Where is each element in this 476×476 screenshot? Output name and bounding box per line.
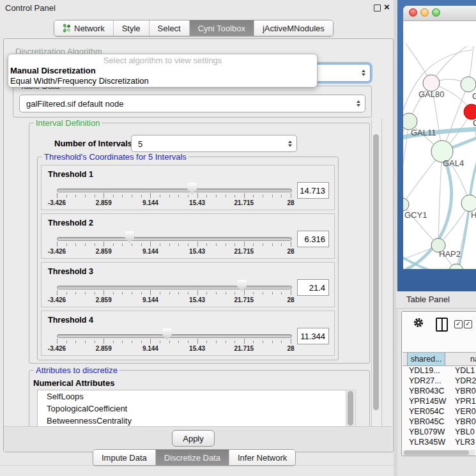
column-header-name[interactable]: na	[446, 353, 476, 365]
checkbox-icon[interactable]: ✓	[464, 320, 472, 328]
threshold-slider[interactable]: -3.4262.8599.14415.4321.71528	[57, 165, 291, 210]
table-row[interactable]: YBR043CYBR0	[403, 386, 476, 396]
node-h[interactable]	[461, 195, 476, 211]
table-data-combo-value: galFiltered.sif default node	[26, 99, 123, 109]
node-label-gal80: GAL80	[418, 89, 444, 99]
tab-label: Style	[122, 24, 141, 33]
attribute-item[interactable]: SelfLoops	[38, 390, 346, 403]
dropdown-option-equal-width[interactable]: Equal Width/Frequency Discretization	[8, 75, 317, 86]
dropdown-option-manual[interactable]: Manual Discretization	[8, 65, 317, 75]
threshold-value-field[interactable]: 14.713	[297, 182, 329, 199]
control-panel-tabs: NetworkStyleSelectCyni ToolboxjActiveMNo…	[54, 20, 334, 36]
app-window: Control Panel × NetworkStyleSelectCyni T…	[0, 0, 476, 476]
table-row[interactable]: YLR345WYLR3	[403, 437, 476, 447]
combo-stepper-icon	[288, 141, 292, 147]
control-panel-title: Control Panel	[5, 3, 56, 13]
attributes-scrollbar[interactable]	[346, 390, 356, 428]
table-row[interactable]: YER054CYER0	[403, 406, 476, 417]
number-of-intervals-combo[interactable]: 5	[131, 135, 297, 152]
float-window-icon[interactable]	[374, 4, 381, 12]
table-rows: YDL19...YDL1YDR27...YDR2YBR043CYBR0YPR14…	[403, 365, 476, 449]
slider-track[interactable]	[57, 334, 292, 338]
threshold-slider[interactable]: -3.4262.8599.14415.4321.71528	[57, 214, 291, 258]
tab-select[interactable]: Select	[149, 20, 189, 36]
slider-ticks	[57, 339, 291, 344]
node-label-gal4: GAL4	[443, 158, 464, 168]
slider-ticks	[57, 193, 291, 199]
thresholds-group-title: Threshold's Coordinates for 5 Intervals	[42, 152, 188, 162]
table-data-combo[interactable]: galFiltered.sif default node	[19, 95, 365, 112]
slider-track[interactable]	[57, 188, 292, 192]
table-row[interactable]: YBR045CYBR0	[403, 417, 476, 427]
threshold-box: Threshold 1 -3.4262.8599.14415.4321.7152…	[41, 165, 335, 210]
gear-icon[interactable]	[413, 317, 424, 328]
tab-label: Cyni Toolbox	[198, 24, 245, 33]
table-row[interactable]: YBL079WYBL0	[403, 427, 476, 437]
combo-stepper-icon	[362, 70, 365, 76]
node-red-selected[interactable]	[464, 104, 476, 119]
node-label-partial: C	[473, 118, 476, 128]
attributes-group-title: Attributes to discretize	[34, 365, 119, 375]
tab-discretize-data[interactable]: Discretize Data	[155, 450, 229, 465]
apply-button[interactable]: Apply	[172, 430, 215, 447]
threshold-slider[interactable]: -3.4262.8599.14415.4321.71528	[57, 263, 291, 307]
slider-scale-labels: -3.4262.8599.14415.4321.71528	[57, 199, 291, 207]
split-panel-icon[interactable]	[436, 318, 448, 332]
slider-track[interactable]	[57, 286, 292, 289]
slider-scale-labels: -3.4262.8599.14415.4321.71528	[57, 248, 291, 256]
column-header-shared[interactable]: shared...	[407, 353, 445, 365]
tab-style[interactable]: Style	[113, 20, 149, 36]
slider-scale-labels: -3.4262.8599.14415.4321.71528	[57, 345, 291, 353]
node-label-gcy1: GCY1	[404, 210, 427, 220]
network-icon	[63, 24, 71, 33]
tab-impute-data[interactable]: Impute Data	[93, 450, 155, 465]
tab-label: Select	[158, 24, 181, 33]
number-of-intervals-value: 5	[138, 139, 142, 148]
tab-label: Network	[74, 24, 105, 33]
tab-infer-network[interactable]: Infer Network	[229, 450, 295, 465]
tab-label: Impute Data	[102, 453, 147, 463]
checkbox-icon[interactable]: ✓	[454, 320, 463, 328]
network-canvas[interactable]: GAL80 GA GAL11 C GAL4 GCY1 H HAP2	[403, 20, 476, 269]
slider-ticks	[57, 242, 291, 247]
slider-scale-labels: -3.4262.8599.14415.4321.71528	[57, 296, 291, 304]
thresholds-group: Threshold's Coordinates for 5 Intervals …	[37, 157, 339, 360]
minimize-traffic-light-icon[interactable]	[420, 8, 429, 17]
threshold-box: Threshold 2 -3.4262.8599.14415.4321.7152…	[41, 213, 335, 259]
numerical-attributes-list: SelfLoopsTopologicalCoefficientBetweenne…	[37, 390, 346, 428]
node-top-right[interactable]	[461, 77, 476, 92]
threshold-box: Threshold 4 -3.4262.8599.14415.4321.7152…	[41, 311, 335, 356]
tab-label: Infer Network	[238, 453, 287, 463]
table-row[interactable]: YDL19...YDL1	[403, 365, 476, 376]
combo-stepper-icon	[357, 100, 360, 107]
node-gcy1[interactable]	[403, 198, 409, 211]
close-traffic-light-icon[interactable]	[409, 8, 417, 17]
node-label-gal11: GAL11	[411, 128, 436, 137]
dropdown-hint: Select algorithm to view settings	[8, 56, 317, 65]
node-label-h: H	[471, 210, 476, 220]
table-row[interactable]: YIL052CYIL0	[403, 447, 476, 449]
slider-track[interactable]	[57, 237, 292, 241]
table-panel-title: Table Panel	[406, 295, 450, 304]
close-icon[interactable]: ×	[384, 1, 390, 12]
threshold-slider[interactable]: -3.4262.8599.14415.4321.71528	[57, 311, 291, 355]
interval-definition-title: Interval Definition	[34, 118, 102, 128]
threshold-value-field[interactable]: 11.344	[297, 328, 329, 344]
attribute-item[interactable]: BetweennessCentrality	[38, 415, 346, 427]
tab-jactivemnodules[interactable]: jActiveMNodules	[254, 20, 333, 36]
table-row[interactable]: YPR145WYPR1	[403, 396, 476, 406]
node-label-hap2: HAP2	[439, 249, 461, 259]
node-label-partial: GA	[472, 91, 476, 101]
algorithm-dropdown: Select algorithm to view settings Manual…	[8, 54, 318, 88]
table-hscrollbar[interactable]	[403, 450, 475, 456]
table-row[interactable]: YDR27...YDR2	[403, 376, 476, 386]
threshold-value-field[interactable]: 6.316	[297, 231, 329, 247]
panel-scrollbar[interactable]	[371, 119, 382, 427]
threshold-value-field[interactable]: 21.4	[297, 279, 329, 296]
tab-network[interactable]: Network	[54, 20, 113, 36]
tab-label: jActiveMNodules	[263, 24, 325, 33]
attribute-item[interactable]: TopologicalCoefficient	[38, 403, 346, 415]
tab-cyni-toolbox[interactable]: Cyni Toolbox	[189, 20, 254, 36]
zoom-traffic-light-icon[interactable]	[432, 8, 440, 17]
table-header-row: shared... na	[403, 352, 476, 366]
